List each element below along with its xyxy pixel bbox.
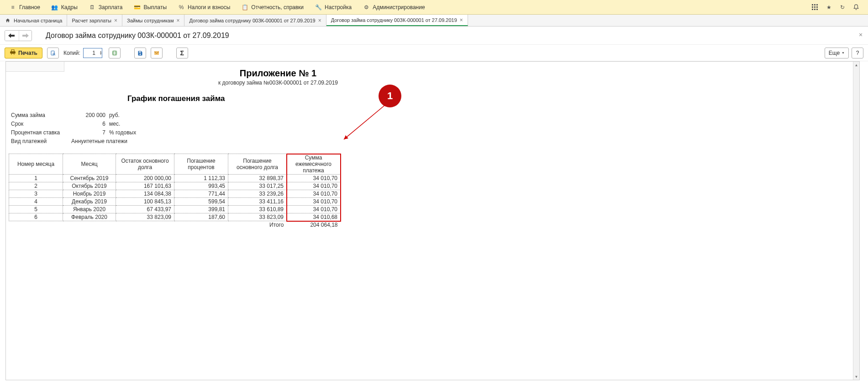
schedule-table: Номер месяца Месяц Остаток основного дол…: [9, 154, 341, 229]
tab-bar: Начальная страница Расчет зарплаты × Зай…: [0, 15, 868, 27]
menu-zarplata[interactable]: 🗓 Зарплата: [83, 0, 128, 15]
mail-button[interactable]: [151, 48, 163, 59]
cell-n: 4: [9, 198, 63, 206]
doc-subtitle: к договору займа №00ЗК-000001 от 27.09.2…: [210, 80, 347, 86]
menu-label: Настройка: [325, 4, 352, 11]
tab-label: Договор займа сотруднику 00ЗК-000001 от …: [189, 18, 315, 23]
close-icon[interactable]: ×: [114, 18, 117, 23]
cell-interest: 771,44: [174, 190, 228, 198]
table-row: 3Ноябрь 2019134 084,38771,4433 239,2634 …: [9, 190, 341, 198]
menu-label: Кадры: [61, 4, 78, 11]
report-icon: 📋: [241, 4, 248, 11]
rate-value: 7: [71, 129, 107, 137]
svg-rect-6: [812, 9, 813, 10]
cell-balance: 33 823,09: [116, 213, 174, 221]
copies-spinner[interactable]: ▲▼: [100, 51, 104, 55]
cell-balance: 100 845,13: [116, 198, 174, 206]
preview-button[interactable]: [47, 48, 59, 59]
menu-label: Администрирование: [373, 4, 425, 11]
tab-dogovor-1[interactable]: Договор займа сотруднику 00ЗК-000001 от …: [184, 15, 326, 26]
svg-rect-2: [816, 4, 818, 5]
cell-principal: 33 823,09: [228, 213, 287, 221]
close-icon[interactable]: ×: [176, 18, 179, 23]
save-button[interactable]: [134, 48, 146, 59]
forward-button[interactable]: [19, 31, 32, 41]
cell-month: Ноябрь 2019: [63, 190, 116, 198]
tab-zaimy[interactable]: Займы сотрудникам ×: [122, 15, 185, 26]
tab-label: Договор займа сотруднику 00ЗК-000001 от …: [331, 17, 457, 23]
totals-value: 204 064,18: [287, 221, 341, 229]
cell-balance: 134 084,38: [116, 190, 174, 198]
type-label: Вид платежей: [11, 138, 70, 145]
cell-n: 6: [9, 213, 63, 221]
callout-badge: 1: [379, 85, 401, 107]
main-menu-bar: ≡ Главное 👥 Кадры 🗓 Зарплата 💳 Выплаты %…: [0, 0, 868, 15]
cell-balance: 67 433,97: [116, 206, 174, 213]
sum-button[interactable]: Σ: [176, 48, 188, 59]
close-icon[interactable]: ×: [460, 17, 463, 23]
menu-main[interactable]: ≡ Главное: [4, 0, 46, 15]
apps-icon[interactable]: [810, 3, 820, 12]
term-label: Срок: [11, 120, 70, 128]
menu-admin[interactable]: ⚙ Администрирование: [357, 0, 430, 15]
close-icon[interactable]: ×: [318, 18, 321, 23]
tab-raschet[interactable]: Расчет зарплаты ×: [67, 15, 122, 26]
col-header: Погашение основного долга: [228, 154, 287, 175]
cell-n: 2: [9, 182, 63, 190]
bell-icon[interactable]: [852, 3, 861, 12]
menu-vyplaty[interactable]: 💳 Выплаты: [128, 0, 172, 15]
copies-label: Копий:: [63, 50, 80, 56]
rate-label: Процентная ставка: [11, 129, 70, 137]
more-button[interactable]: Еще: [825, 48, 849, 59]
col-header: Погашение процентов: [174, 154, 228, 175]
back-button[interactable]: [5, 31, 18, 41]
cell-payment: 34 010,70: [287, 198, 341, 206]
table-row: 6Февраль 202033 823,09187,6033 823,0934 …: [9, 213, 341, 221]
cell-month: Декабрь 2019: [63, 198, 116, 206]
tab-dogovor-2[interactable]: Договор займа сотруднику 00ЗК-000001 от …: [326, 15, 468, 26]
menu-label: Налоги и взносы: [188, 4, 230, 11]
menu-label: Отчетность, справки: [251, 4, 304, 11]
close-icon[interactable]: ×: [857, 31, 864, 38]
cell-month: Сентябрь 2019: [63, 175, 116, 182]
menu-kadry[interactable]: 👥 Кадры: [46, 0, 83, 15]
cell-payment: 34 010,70: [287, 175, 341, 182]
star-icon[interactable]: ★: [824, 3, 833, 12]
scroll-down-icon[interactable]: ▼: [853, 373, 859, 380]
svg-rect-12: [113, 52, 114, 53]
menu-otchet[interactable]: 📋 Отчетность, справки: [236, 0, 309, 15]
menu-nalogi[interactable]: % Налоги и взносы: [172, 0, 236, 15]
svg-rect-3: [812, 6, 813, 8]
tab-label: Расчет зарплаты: [72, 18, 111, 23]
cell-n: 5: [9, 206, 63, 213]
tab-home[interactable]: Начальная страница: [0, 15, 67, 26]
cell-n: 1: [9, 175, 63, 182]
rate-unit: % годовых: [108, 129, 137, 137]
cell-balance: 200 000,00: [116, 175, 174, 182]
col-header: Сумма ежемесячного платежа: [287, 154, 341, 175]
cell-interest: 599,54: [174, 198, 228, 206]
print-label: Печать: [18, 50, 37, 56]
more-label: Еще: [829, 50, 840, 56]
cell-balance: 167 101,63: [116, 182, 174, 190]
help-label: ?: [856, 50, 859, 56]
menu-nastroika[interactable]: 🔧 Настройка: [309, 0, 357, 15]
table-settings-button[interactable]: [109, 48, 121, 59]
svg-line-17: [344, 105, 385, 139]
history-icon[interactable]: ↻: [838, 3, 847, 12]
section-title: График погашения займа: [127, 94, 850, 103]
totals-label: Итого: [228, 221, 287, 229]
nav-buttons: [5, 30, 32, 41]
term-unit: мес.: [108, 120, 137, 128]
cell-principal: 33 239,26: [228, 190, 287, 198]
svg-rect-4: [814, 6, 815, 8]
toolbar: Печать Копий: ▲▼ Σ Еще ?: [0, 45, 868, 61]
calendar-icon: 🗓: [89, 4, 96, 11]
gear-icon: ⚙: [363, 4, 370, 11]
cell-payment: 34 010,70: [287, 206, 341, 213]
print-button[interactable]: Печать: [5, 48, 42, 59]
table-row: 4Декабрь 2019100 845,13599,5433 411,1634…: [9, 198, 341, 206]
table-row: 1Сентябрь 2019200 000,001 112,3332 898,3…: [9, 175, 341, 182]
help-button[interactable]: ?: [852, 48, 863, 59]
svg-rect-5: [816, 6, 818, 8]
